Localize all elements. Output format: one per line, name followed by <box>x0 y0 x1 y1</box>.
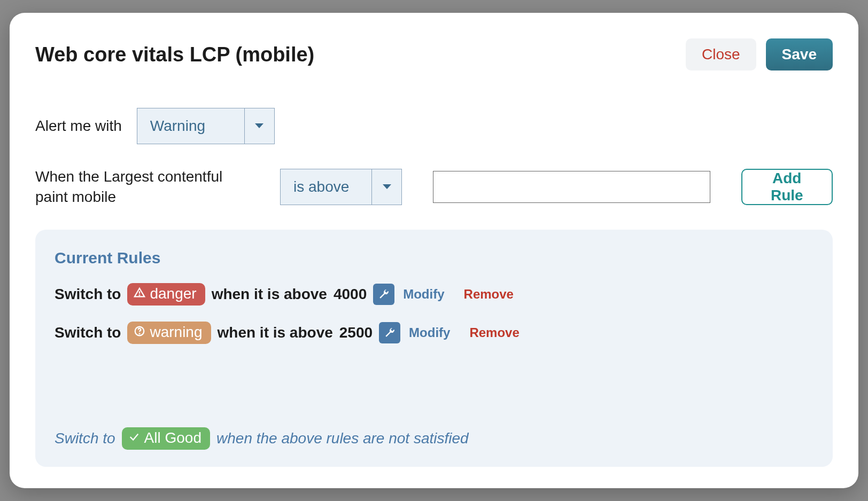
switch-to-text: Switch to <box>55 430 115 447</box>
metric-label: When the Largest contentful paint mobile <box>35 167 249 207</box>
badge-label: danger <box>150 285 196 302</box>
rule-threshold: 2500 <box>339 324 373 341</box>
all-good-badge: All Good <box>122 427 210 450</box>
comparator-selected: is above <box>281 169 371 205</box>
current-rules-heading: Current Rules <box>55 249 813 267</box>
danger-badge: danger <box>127 283 205 306</box>
wrench-icon[interactable] <box>373 284 394 305</box>
default-rule-row: Switch to All Good when the above rules … <box>55 427 813 450</box>
question-circle-icon <box>134 324 145 341</box>
warning-badge: warning <box>127 322 211 344</box>
alert-level-select[interactable]: Warning <box>137 108 275 144</box>
rule-row: Switch to warning when it is above 2500 … <box>55 322 813 344</box>
comparator-select[interactable]: is above <box>280 169 402 205</box>
when-text: when it is above <box>218 324 333 341</box>
default-suffix-text: when the above rules are not satisfied <box>216 430 469 447</box>
modal-header: Web core vitals LCP (mobile) Close Save <box>35 38 833 71</box>
svg-point-1 <box>140 295 140 295</box>
remove-link[interactable]: Remove <box>464 287 514 302</box>
modal-actions: Close Save <box>686 38 833 71</box>
rule-threshold: 4000 <box>334 286 367 303</box>
modify-link[interactable]: Modify <box>409 325 450 340</box>
badge-label: warning <box>150 324 202 341</box>
chevron-down-icon <box>244 108 274 144</box>
save-button[interactable]: Save <box>766 38 833 71</box>
wrench-icon[interactable] <box>379 322 400 343</box>
close-button[interactable]: Close <box>686 38 756 71</box>
alert-level-label: Alert me with <box>35 118 122 135</box>
modal-title: Web core vitals LCP (mobile) <box>35 43 314 66</box>
add-rule-button[interactable]: Add Rule <box>741 169 833 205</box>
svg-point-3 <box>140 333 140 334</box>
switch-to-text: Switch to <box>55 286 121 303</box>
alert-level-row: Alert me with Warning <box>35 108 833 144</box>
remove-link[interactable]: Remove <box>469 325 519 340</box>
badge-label: All Good <box>144 429 201 447</box>
condition-row: When the Largest contentful paint mobile… <box>35 167 833 207</box>
check-icon <box>128 429 140 447</box>
threshold-input[interactable] <box>433 171 710 203</box>
alert-rule-modal: Web core vitals LCP (mobile) Close Save … <box>10 13 858 488</box>
warning-triangle-icon <box>134 285 145 302</box>
alert-level-selected: Warning <box>137 108 244 144</box>
when-text: when it is above <box>212 286 327 303</box>
rule-row: Switch to danger when it is above 4000 M… <box>55 283 813 306</box>
switch-to-text: Switch to <box>55 324 121 341</box>
chevron-down-icon <box>371 169 401 205</box>
current-rules-panel: Current Rules Switch to danger when it i… <box>35 230 833 467</box>
modify-link[interactable]: Modify <box>403 287 444 302</box>
